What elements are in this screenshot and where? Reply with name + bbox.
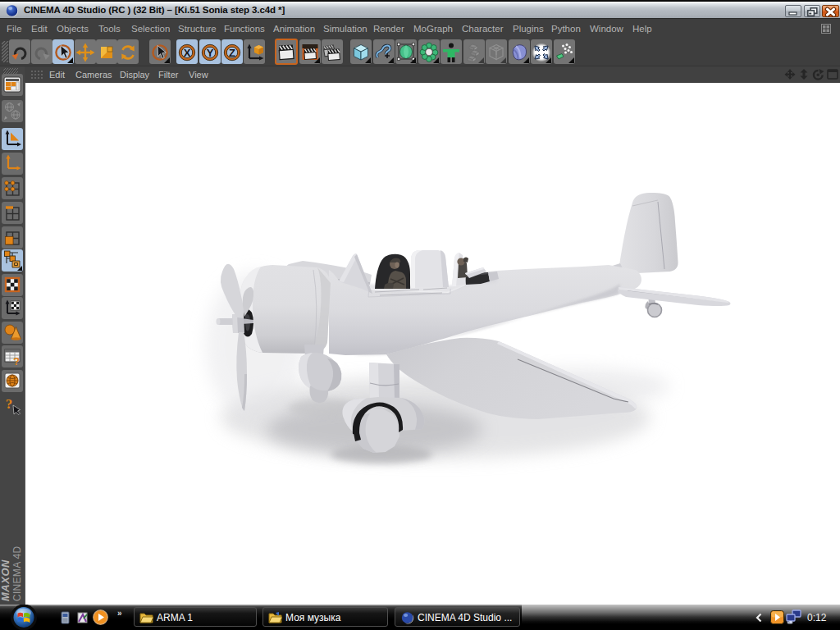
svg-text:X: X <box>184 47 191 59</box>
svg-text:?: ? <box>6 396 13 412</box>
svg-text:?: ? <box>13 355 20 367</box>
svg-text:Y: Y <box>207 47 214 59</box>
svg-text:Z: Z <box>229 47 235 59</box>
